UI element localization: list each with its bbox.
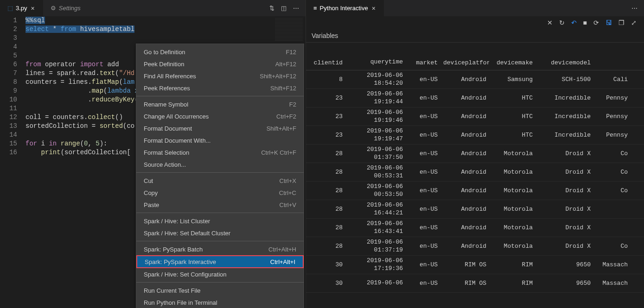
cell: Pennsy: [593, 132, 631, 138]
table-row[interactable]: 282019-06-06 00:53:31en-USAndroidMotorol…: [306, 163, 644, 182]
cell: Incredible: [536, 94, 593, 101]
menu-item-label: Spark: PySpark Interactive: [145, 258, 216, 265]
cell: 28: [306, 187, 345, 194]
menu-item-label: Run Python File in Terminal: [144, 299, 217, 306]
menu-item-label: Run Current Test File: [144, 287, 201, 294]
cell: Droid X: [536, 150, 593, 157]
cell: Co: [593, 243, 631, 250]
copy-icon[interactable]: ❐: [618, 19, 625, 26]
cell: Motorola: [489, 187, 536, 194]
cell: 2019-06-06 19:19:47: [345, 127, 406, 143]
menu-item[interactable]: Run Current Test File: [136, 284, 304, 296]
menu-item[interactable]: Spark / Hive: List Cluster: [136, 215, 304, 227]
column-header[interactable]: market: [406, 59, 440, 66]
code-editor[interactable]: 12345678910111213141516 %%sqlselect * fr…: [0, 16, 306, 308]
table-row[interactable]: 302019-06-06en-USRIM OSRIM9650Massach: [306, 274, 644, 293]
menu-item[interactable]: Change All OccurrencesCtrl+F2: [136, 110, 304, 122]
cancel-icon[interactable]: ✕: [547, 19, 553, 26]
menu-item-label: Source Action...: [144, 161, 186, 168]
tab-settings[interactable]: ⚙ Settings: [43, 0, 88, 16]
menu-item[interactable]: Peek ReferencesShift+F12: [136, 82, 304, 94]
menu-item[interactable]: Rename SymbolF2: [136, 98, 304, 110]
table-row[interactable]: 282019-06-06 16:44:21en-USAndroidMotorol…: [306, 200, 644, 219]
menu-item[interactable]: Find All ReferencesShift+Alt+F12: [136, 70, 304, 82]
menu-item[interactable]: Spark: PySpark InteractiveCtrl+Alt+I: [136, 255, 304, 268]
data-table: clientidquerytimemarketdeviceplatformdev…: [306, 43, 644, 308]
cell: Android: [440, 224, 489, 231]
cell: Android: [440, 169, 489, 176]
save-icon[interactable]: 🖫: [606, 19, 612, 26]
menu-item[interactable]: Spark: PySpark BatchCtrl+Alt+H: [136, 243, 304, 255]
menu-item-label: Rename Symbol: [144, 101, 188, 108]
menu-item[interactable]: Format DocumentShift+Alt+F: [136, 122, 304, 134]
menu-item[interactable]: PasteCtrl+V: [136, 199, 304, 211]
tab-label: 3.py: [16, 5, 27, 12]
cell: 9650: [536, 280, 593, 287]
cell: 30: [306, 280, 345, 287]
cell: 2019-06-06 19:19:46: [345, 109, 406, 125]
column-header[interactable]: deviceplatform: [440, 59, 489, 66]
menu-item[interactable]: Spark / Hive: Set Configuration: [136, 268, 304, 280]
cell: RIM: [489, 280, 536, 287]
cell: 2019-06-06 00:53:31: [345, 164, 406, 180]
close-icon[interactable]: ×: [30, 5, 36, 12]
cell: 28: [306, 150, 345, 157]
tab-label: Settings: [59, 5, 81, 12]
cell: Motorola: [489, 150, 536, 157]
more-icon[interactable]: ⋯: [293, 5, 299, 12]
cell: Android: [440, 150, 489, 157]
menu-item[interactable]: Go to DefinitionF12: [136, 46, 304, 58]
menu-item[interactable]: CopyCtrl+C: [136, 187, 304, 199]
column-header[interactable]: querytime: [345, 58, 406, 66]
table-row[interactable]: 232019-06-06 19:19:47en-USAndroidHTCIncr…: [306, 126, 644, 145]
column-header[interactable]: devicemake: [489, 59, 536, 66]
table-row[interactable]: 282019-06-06 01:37:50en-USAndroidMotorol…: [306, 145, 644, 163]
column-header[interactable]: clientid: [306, 59, 345, 66]
compare-icon[interactable]: ⇅: [269, 5, 274, 12]
menu-item-label: Peek Definition: [144, 61, 184, 68]
refresh-icon[interactable]: ⟳: [593, 19, 599, 26]
menu-item[interactable]: Run Python File in Terminal: [136, 296, 304, 308]
tab-3py[interactable]: ⬚ 3.py ×: [0, 0, 43, 16]
menu-item[interactable]: Source Action...: [136, 158, 304, 170]
cell: Android: [440, 243, 489, 250]
menu-item[interactable]: CutCtrl+X: [136, 175, 304, 187]
cell: 2019-06-06 17:19:36: [345, 257, 406, 273]
menu-item[interactable]: Format Document With...: [136, 134, 304, 146]
table-row[interactable]: 282019-06-06 01:37:19en-USAndroidMotorol…: [306, 237, 644, 256]
cell: Motorola: [489, 169, 536, 176]
table-row[interactable]: 282019-06-06 16:43:41en-USAndroidMotorol…: [306, 219, 644, 237]
cell: en-US: [406, 206, 440, 213]
menu-item[interactable]: Format SelectionCtrl+K Ctrl+F: [136, 146, 304, 158]
table-row[interactable]: 232019-06-06 19:19:46en-USAndroidHTCIncr…: [306, 107, 644, 126]
more-icon[interactable]: ⋯: [631, 5, 638, 12]
table-row[interactable]: 232019-06-06 19:19:44en-USAndroidHTCIncr…: [306, 89, 644, 107]
interactive-toolbar: ✕ ↻ ↶ ■ ⟳ 🖫 ❐ ⤢: [306, 16, 644, 29]
table-row[interactable]: 302019-06-06 17:19:36en-USRIM OSRIM9650M…: [306, 256, 644, 274]
menu-item[interactable]: Spark / Hive: Set Default Cluster: [136, 227, 304, 239]
menu-item-shortcut: F12: [286, 49, 296, 56]
table-header: clientidquerytimemarketdeviceplatformdev…: [306, 43, 644, 70]
close-icon[interactable]: ×: [371, 5, 376, 12]
table-row[interactable]: 82019-06-06 18:54:20en-USAndroidSamsungS…: [306, 70, 644, 89]
cell: Incredible: [536, 113, 593, 120]
column-header[interactable]: devicemodel: [536, 59, 593, 66]
menu-item-shortcut: Alt+F12: [275, 61, 296, 68]
restart-icon[interactable]: ↻: [559, 19, 565, 26]
expand-icon[interactable]: ⤢: [631, 19, 637, 26]
cell: en-US: [406, 243, 440, 250]
split-editor-icon[interactable]: ◫: [281, 5, 287, 12]
menu-item-label: Go to Definition: [144, 49, 185, 56]
menu-item[interactable]: Peek DefinitionAlt+F12: [136, 58, 304, 70]
cell: 30: [306, 261, 345, 268]
cell: Android: [440, 132, 489, 138]
stop-icon[interactable]: ■: [583, 19, 587, 26]
undo-icon[interactable]: ↶: [571, 19, 577, 26]
table-row[interactable]: 282019-06-06 00:53:50en-USAndroidMotorol…: [306, 182, 644, 200]
cell: Android: [440, 76, 489, 83]
menu-item-shortcut: Ctrl+Alt+H: [268, 246, 296, 253]
tab-python-interactive[interactable]: ≡ Python Interactive ×: [306, 0, 384, 16]
menu-item-label: Copy: [144, 189, 158, 196]
cell: 2019-06-06 19:19:44: [345, 90, 406, 106]
menu-item-shortcut: Ctrl+F2: [276, 113, 296, 120]
